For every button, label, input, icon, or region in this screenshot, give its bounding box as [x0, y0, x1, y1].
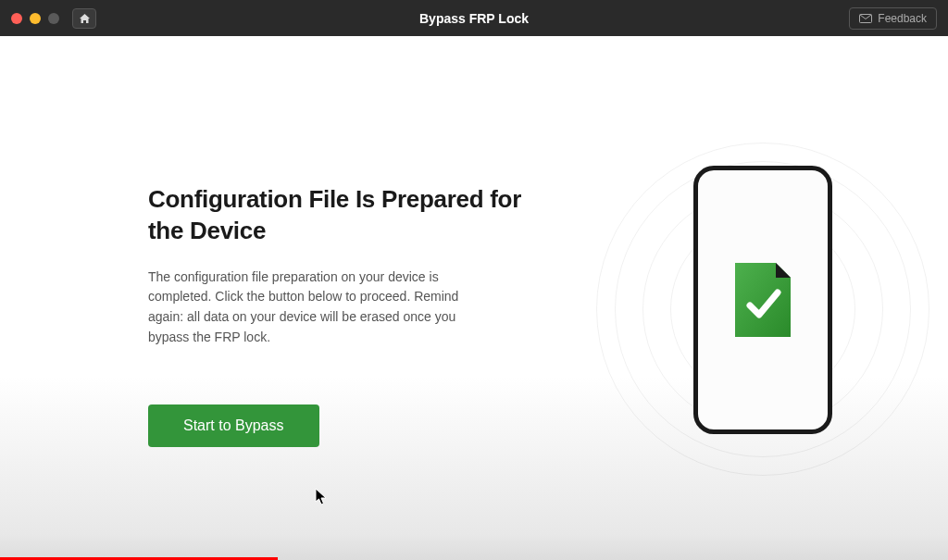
- page-description: The configuration file preparation on yo…: [148, 268, 481, 348]
- mail-icon: [859, 14, 872, 23]
- feedback-button[interactable]: Feedback: [849, 7, 937, 30]
- traffic-lights: [11, 13, 59, 24]
- close-window-button[interactable]: [11, 13, 22, 24]
- cursor-icon: [315, 488, 328, 506]
- page-heading: Configuration File Is Prepared for the D…: [148, 184, 537, 247]
- main-content: Configuration File Is Prepared for the D…: [0, 36, 948, 560]
- window-title: Bypass FRP Lock: [419, 11, 529, 26]
- phone-frame: [693, 166, 832, 434]
- start-bypass-button[interactable]: Start to Bypass: [148, 404, 319, 447]
- feedback-label: Feedback: [878, 12, 927, 25]
- illustration-panel: [670, 166, 855, 453]
- minimize-window-button[interactable]: [30, 13, 41, 24]
- left-panel: Configuration File Is Prepared for the D…: [148, 184, 537, 560]
- phone-illustration: [670, 166, 855, 453]
- home-button[interactable]: [72, 8, 96, 29]
- home-icon: [79, 13, 91, 24]
- maximize-window-button[interactable]: [48, 13, 59, 24]
- file-check-icon: [733, 261, 792, 339]
- titlebar: Bypass FRP Lock Feedback: [0, 0, 948, 36]
